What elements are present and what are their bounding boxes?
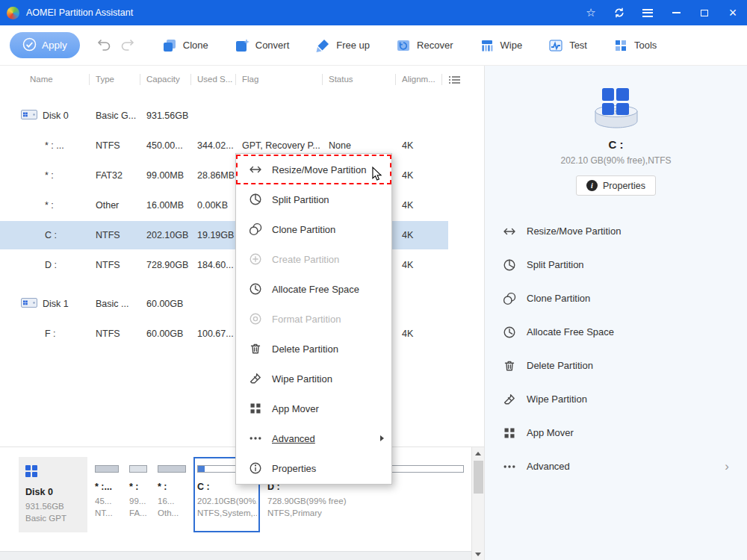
menu-item-app-mover[interactable]: App Mover <box>236 393 391 423</box>
toolbar-item-wipe[interactable]: Wipe <box>480 38 523 53</box>
info-circle-icon <box>249 461 262 475</box>
chevron-right-icon: › <box>725 460 729 473</box>
resize-move-icon <box>249 163 262 176</box>
toolbar-item-convert[interactable]: Convert <box>235 38 290 53</box>
menu-item-split-partition[interactable]: Split Partition <box>236 184 391 214</box>
table-row-disk-0[interactable]: Disk 0 Basic G... 931.56GB <box>0 101 484 131</box>
menu-item-delete-partition[interactable]: Delete Partition <box>236 334 391 364</box>
tools-icon <box>613 38 628 53</box>
action-advanced[interactable]: Advanced › <box>503 449 729 483</box>
scroll-down-icon[interactable] <box>475 553 481 556</box>
toolbar: Apply Clone Convert Free up Recover Wipe… <box>0 25 747 66</box>
free-up-icon <box>315 38 330 53</box>
partition-block-recovery[interactable]: * :... 45... NT... <box>92 457 122 532</box>
action-split-partition[interactable]: Split Partition <box>503 248 729 281</box>
usage-bar <box>95 465 119 473</box>
menu-item-properties[interactable]: Properties <box>236 453 391 483</box>
action-delete-partition[interactable]: Delete Partition <box>503 349 729 382</box>
action-clone-partition[interactable]: Clone Partition <box>503 281 729 315</box>
partition-squares-icon <box>602 88 629 115</box>
close-button[interactable]: × <box>719 0 747 25</box>
eraser-icon <box>249 372 262 385</box>
minimize-button[interactable] <box>662 0 690 25</box>
create-partition-icon <box>249 252 262 266</box>
partition-block-other[interactable]: * : 16... Oth... <box>155 457 189 532</box>
recover-icon <box>396 38 411 53</box>
toolbar-item-recover[interactable]: Recover <box>396 38 453 53</box>
scroll-up-icon[interactable] <box>475 452 481 455</box>
partition-squares-icon <box>25 465 37 477</box>
column-header-flag[interactable]: Flag <box>236 74 323 85</box>
app-logo <box>7 7 19 19</box>
check-circle-icon <box>22 37 37 54</box>
toolbar-item-test[interactable]: Test <box>548 38 587 53</box>
redo-icon[interactable] <box>120 37 136 54</box>
test-icon <box>548 38 563 53</box>
disk-drive-icon <box>21 109 37 122</box>
column-header-status[interactable]: Status <box>323 74 396 85</box>
status-strip <box>0 551 471 560</box>
properties-button[interactable]: i Properties <box>576 175 656 196</box>
action-allocate-free-space[interactable]: Allocate Free Space <box>503 315 729 349</box>
split-partition-icon <box>249 193 262 206</box>
info-icon: i <box>586 180 598 191</box>
apply-button[interactable]: Apply <box>10 32 80 58</box>
format-partition-icon <box>249 312 262 326</box>
split-partition-icon <box>503 258 516 272</box>
partition-disk-graphic <box>592 88 641 131</box>
action-resize-move-partition[interactable]: Resize/Move Partition <box>503 214 729 248</box>
selected-drive-info: 202.10 GB(90% free),NTFS <box>485 155 747 166</box>
toolbar-item-tools[interactable]: Tools <box>613 38 657 53</box>
refresh-icon[interactable] <box>605 0 633 25</box>
menu-item-format-partition: Format Partition <box>236 304 391 334</box>
menu-item-allocate-free-space[interactable]: Allocate Free Space <box>236 274 391 304</box>
column-header-capacity[interactable]: Capacity <box>140 74 191 85</box>
clone-partition-icon <box>503 292 516 305</box>
allocate-free-space-icon <box>249 282 262 296</box>
undo-redo-group <box>96 37 136 54</box>
menu-item-create-partition: Create Partition <box>236 244 391 274</box>
undo-icon[interactable] <box>96 37 113 54</box>
action-app-mover[interactable]: App Mover <box>503 416 729 449</box>
scroll-thumb[interactable] <box>474 461 483 494</box>
column-header-name[interactable]: Name <box>0 74 90 85</box>
column-header-type[interactable]: Type <box>90 74 140 85</box>
hamburger-menu-icon[interactable] <box>633 0 662 25</box>
menu-item-resize-move-partition[interactable]: Resize/Move Partition <box>236 155 391 184</box>
submenu-arrow-icon <box>380 435 384 441</box>
eraser-icon <box>503 393 516 406</box>
app-title: AOMEI Partition Assistant <box>26 7 133 18</box>
clone-icon <box>162 38 177 53</box>
menu-item-clone-partition[interactable]: Clone Partition <box>236 214 391 244</box>
action-wipe-partition[interactable]: Wipe Partition <box>503 382 729 416</box>
menu-item-wipe-partition[interactable]: Wipe Partition <box>236 364 391 393</box>
table-header: Name Type Capacity Used S... Flag Status… <box>0 70 484 89</box>
trash-icon <box>503 359 516 373</box>
resize-move-icon <box>503 225 516 238</box>
column-header-used[interactable]: Used S... <box>191 74 236 85</box>
disk-map-label-disk-0[interactable]: Disk 0 931.56GB Basic GPT <box>19 457 87 532</box>
titlebar: AOMEI Partition Assistant ☆ × <box>0 0 747 25</box>
app-mover-icon <box>249 402 262 415</box>
menu-item-advanced[interactable]: Advanced <box>236 423 391 453</box>
ellipsis-icon <box>503 460 516 473</box>
clone-partition-icon <box>249 223 262 236</box>
vertical-scrollbar[interactable] <box>471 447 484 560</box>
column-header-alignment[interactable]: Alignm... <box>396 74 442 85</box>
favorite-star-icon[interactable]: ☆ <box>577 0 605 25</box>
convert-icon <box>235 38 249 53</box>
trash-icon <box>249 342 262 355</box>
toolbar-item-free-up[interactable]: Free up <box>315 38 370 53</box>
disk-drive-icon <box>21 297 37 311</box>
app-mover-icon <box>503 426 516 440</box>
action-list: Resize/Move Partition Split Partition Cl… <box>485 214 747 483</box>
toolbar-item-clone[interactable]: Clone <box>162 38 208 53</box>
allocate-free-space-icon <box>503 326 516 339</box>
context-menu: Resize/Move Partition Split Partition Cl… <box>235 153 392 485</box>
maximize-button[interactable] <box>690 0 719 25</box>
window-controls: ☆ × <box>577 0 747 25</box>
column-chooser-icon[interactable] <box>449 75 460 84</box>
right-panel: C : 202.10 GB(90% free),NTFS i Propertie… <box>484 66 747 560</box>
mouse-cursor <box>371 167 382 184</box>
partition-block-efi[interactable]: * : 99... FA... <box>126 457 150 532</box>
